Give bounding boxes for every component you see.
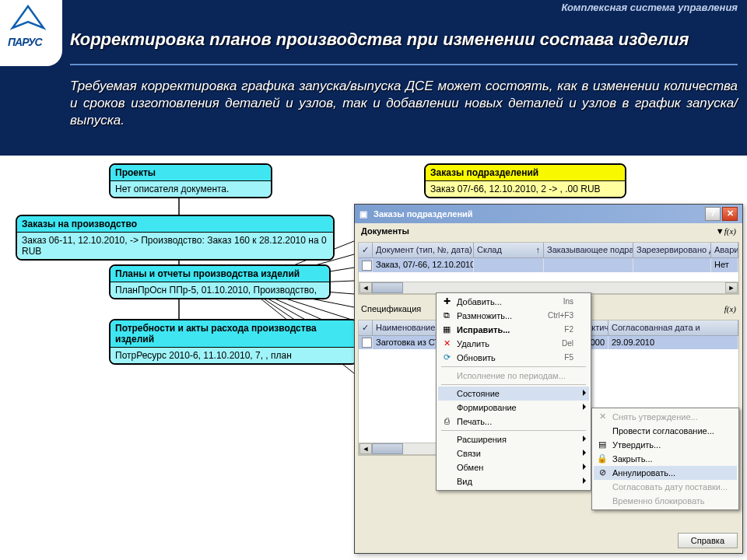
submenu-agree-delivery: Согласовать дату поставки... — [594, 480, 737, 494]
fx-button[interactable]: f(x) — [724, 226, 736, 236]
submenu-close[interactable]: 🔒Закрыть... — [594, 452, 737, 466]
col-reserved[interactable]: Зарезервировано до — [633, 243, 711, 257]
menu-multiply[interactable]: ⧉Размножить...Ctrl+F3 — [438, 309, 589, 323]
menu-print[interactable]: ⎙Печать... — [438, 415, 589, 429]
menu-links[interactable]: Связи — [438, 446, 589, 460]
logo: ПАРУС — [0, 0, 62, 66]
filter-icon[interactable]: ▼ — [716, 226, 724, 236]
duplicate-icon: ⧉ — [440, 310, 453, 323]
lock-icon: 🔒 — [596, 453, 608, 466]
print-icon: ⎙ — [440, 416, 453, 429]
col-emergency[interactable]: Аварийный заказ — [711, 243, 738, 257]
submenu-agree[interactable]: Провести согласование... — [594, 424, 737, 438]
help-footer-button[interactable]: Справка — [678, 533, 738, 548]
page-title: Корректировка планов производства при из… — [70, 30, 738, 50]
menu-exec-periods: Исполнение по периодам... — [438, 369, 589, 383]
menu-add[interactable]: ✚Добавить...Ins — [438, 295, 589, 309]
row-checkbox[interactable] — [362, 261, 372, 271]
menu-forming[interactable]: Формирование — [438, 401, 589, 415]
approve-icon: ▤ — [596, 439, 608, 452]
submenu-remove-approve: ✕Снять утверждение... — [594, 410, 737, 424]
col-warehouse[interactable]: Склад ↑ — [474, 243, 544, 257]
submenu-block: Временно блокировать — [594, 494, 737, 508]
spec-checkbox[interactable] — [362, 338, 372, 348]
close-button[interactable]: ✕ — [722, 207, 738, 221]
context-menu: ✚Добавить...Ins ⧉Размножить...Ctrl+F3 ▦И… — [436, 292, 591, 491]
menu-state[interactable]: Состояние — [438, 387, 589, 401]
node-orders-prod[interactable]: Заказы на производство Заказ 06-11, 12.1… — [16, 215, 335, 261]
annul-icon: ⊘ — [596, 467, 608, 480]
delete-icon: ✕ — [440, 338, 453, 351]
node-orders-div[interactable]: Заказы подразделений Заказ 07/-66, 12.10… — [424, 163, 626, 198]
col-document[interactable]: Документ (тип, №, дата) — [373, 243, 474, 257]
node-plans[interactable]: Планы и отчеты производства изделий План… — [109, 264, 331, 299]
remove-approve-icon: ✕ — [596, 411, 608, 424]
page-description: Требуемая корректировка графика запуска/… — [70, 78, 738, 129]
refresh-icon: ⟳ — [440, 352, 453, 365]
menu-view[interactable]: Вид — [438, 474, 589, 488]
window-titlebar[interactable]: ▣ Заказы подразделений ? ✕ — [355, 205, 742, 223]
menu-refresh[interactable]: ⟳ОбновитьF5 — [438, 351, 589, 365]
plus-icon: ✚ — [440, 296, 453, 309]
menu-exchange[interactable]: Обмен — [438, 460, 589, 474]
submenu-approve[interactable]: ▤Утвердить... — [594, 438, 737, 452]
node-projects[interactable]: Проекты Нет описателя документа. — [109, 163, 272, 198]
menu-delete[interactable]: ✕УдалитьDel — [438, 337, 589, 351]
edit-icon: ▦ — [440, 324, 453, 337]
submenu-annul[interactable]: ⊘Аннулировать... — [594, 466, 737, 480]
menu-edit[interactable]: ▦Исправить...F2 — [438, 323, 589, 337]
spec-label: Спецификация — [361, 304, 421, 313]
help-button[interactable]: ? — [705, 207, 721, 221]
system-title: Комплексная система управления — [0, 0, 747, 19]
col-ordering[interactable]: Заказывающее подразд — [544, 243, 633, 257]
col-agreed[interactable]: Согласованная дата и — [608, 320, 738, 335]
documents-label: Документы — [361, 226, 409, 236]
node-needs[interactable]: Потребности и акты расхода производства … — [109, 319, 358, 365]
table-row[interactable]: Заказ, 07/-66, 12.10.2010 Нет — [359, 258, 738, 272]
fx-button-spec[interactable]: f(x) — [724, 304, 736, 313]
menu-ext[interactable]: Расширения — [438, 432, 589, 446]
state-submenu: ✕Снять утверждение... Провести согласова… — [591, 408, 739, 510]
window-icon: ▣ — [359, 209, 370, 219]
